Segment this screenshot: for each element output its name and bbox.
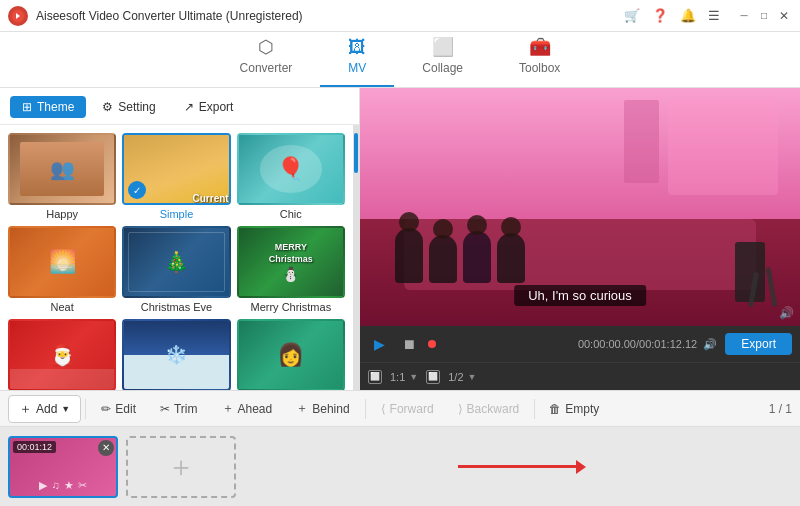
theme-christmas-eve-label: Christmas Eve [141,301,213,313]
maximize-button[interactable]: □ [756,8,772,24]
titlebar: Aiseesoft Video Converter Ultimate (Unre… [0,0,800,32]
ahead-label: Ahead [238,402,273,416]
theme-snowy[interactable]: ❄️ Snowy Night [122,319,230,390]
arrow-line [458,465,578,468]
trash-icon: 🗑 [549,402,561,416]
video-subtitle: Uh, I'm so curious [514,285,646,306]
theme-santa[interactable]: 🎅 Santa Claus [8,319,116,390]
add-clip-icon: ＋ [167,448,195,486]
theme-simple-label: Simple [160,208,194,220]
edit-label: Edit [115,402,136,416]
tab-toolbox[interactable]: 🧰 Toolbox [491,30,588,87]
export-icon: ↗ [184,100,194,114]
clip-controls: ▶ ♫ ★ ✂ [10,479,116,492]
clip-remove-button[interactable]: ✕ [98,440,114,456]
backward-icon: ⟩ [458,402,463,416]
backward-label: Backward [467,402,520,416]
timeline-clip[interactable]: 00:01:12 ✕ ▶ ♫ ★ ✂ [8,436,118,498]
subtab-export[interactable]: ↗ Export [172,96,246,118]
converter-icon: ⬡ [258,36,274,58]
theme-simple[interactable]: Current ✓ Simple [122,133,230,220]
minimize-button[interactable]: ─ [736,8,752,24]
timeline: 00:01:12 ✕ ▶ ♫ ★ ✂ ＋ [0,426,800,506]
app-window: Aiseesoft Video Converter Ultimate (Unre… [0,0,800,506]
theme-scrollbar[interactable] [353,125,359,390]
main-content: ⊞ Theme ⚙ Setting ↗ Export [0,88,800,390]
theme-christmas-eve[interactable]: 🎄 Christmas Eve [122,226,230,313]
add-button[interactable]: ＋ Add ▼ [8,395,81,423]
bottom-toolbar: ＋ Add ▼ ✏ Edit ✂ Trim ＋ Ahead ＋ Behind ⟨… [0,390,800,426]
toolbox-icon: 🧰 [529,36,551,58]
backward-button[interactable]: ⟩ Backward [447,397,531,421]
sub-tabs: ⊞ Theme ⚙ Setting ↗ Export [0,88,359,125]
left-panel: ⊞ Theme ⚙ Setting ↗ Export [0,88,360,390]
theme-happy-label: Happy [46,208,78,220]
setting-gear-icon: ⚙ [102,100,113,114]
theme-stripes[interactable]: 👩 Stripes & Waves [237,319,345,390]
trim-icon: ✂ [160,402,170,416]
cart-icon[interactable]: 🛒 [624,8,640,23]
stop-button[interactable]: ⏹ [398,333,420,355]
add-clip-button[interactable]: ＋ [126,436,236,498]
tab-mv[interactable]: 🖼 MV [320,31,394,87]
theme-chic[interactable]: 🎈 Chic [237,133,345,220]
ratio1-arrow: ▼ [409,372,418,382]
ratio1-value: 1:1 [390,371,405,383]
sep3 [534,399,535,419]
tab-converter-label: Converter [240,61,293,75]
theme-grid: 👥 Happy Current ✓ [0,125,353,390]
empty-label: Empty [565,402,599,416]
window-controls: ─ □ ✕ [736,8,792,24]
theme-grid-icon: ⊞ [22,100,32,114]
tab-collage[interactable]: ⬜ Collage [394,30,491,87]
clip-scissors-icon[interactable]: ✂ [78,479,87,492]
subtab-export-label: Export [199,100,234,114]
empty-button[interactable]: 🗑 Empty [539,398,609,420]
app-title: Aiseesoft Video Converter Ultimate (Unre… [36,9,624,23]
add-plus-icon: ＋ [19,400,32,418]
behind-label: Behind [312,402,349,416]
clip-music-icon[interactable]: ♫ [51,479,59,492]
play-button[interactable]: ▶ [368,333,390,355]
sep2 [365,399,366,419]
main-nav: ⬡ Converter 🖼 MV ⬜ Collage 🧰 Toolbox [0,32,800,88]
edit-icon: ✏ [101,402,111,416]
tab-converter[interactable]: ⬡ Converter [212,30,321,87]
edit-button[interactable]: ✏ Edit [90,397,147,421]
clip-play-icon[interactable]: ▶ [39,479,47,492]
theme-neat[interactable]: 🌅 Neat [8,226,116,313]
theme-happy[interactable]: 👥 Happy [8,133,116,220]
app-logo [8,6,28,26]
ratio2-select[interactable]: 1/2 ▼ [448,371,476,383]
ahead-icon: ＋ [222,400,234,417]
forward-label: Forward [390,402,434,416]
theme-merry-christmas-label: Merry Christmas [250,301,331,313]
subtab-setting[interactable]: ⚙ Setting [90,96,167,118]
frame-icon: ⬜ [368,370,382,384]
titlebar-icons: 🛒 ❓ 🔔 ☰ [624,8,720,23]
right-panel: Uh, I'm so curious 🔊 ▶ ⏹ 00:00:00.00/00:… [360,88,800,390]
question-icon[interactable]: ❓ [652,8,668,23]
ahead-button[interactable]: ＋ Ahead [211,395,284,422]
clip-time: 00:01:12 [13,441,56,453]
scroll-thumb [354,133,358,173]
menu-icon[interactable]: ☰ [708,8,720,23]
subtab-theme[interactable]: ⊞ Theme [10,96,86,118]
video-area: Uh, I'm so curious 🔊 [360,88,800,326]
progress-indicator[interactable] [428,340,436,348]
tab-collage-label: Collage [422,61,463,75]
theme-area: 👥 Happy Current ✓ [0,125,359,390]
tab-mv-label: MV [348,61,366,75]
ratio1-select[interactable]: 1:1 ▼ [390,371,418,383]
behind-button[interactable]: ＋ Behind [285,395,360,422]
tab-toolbox-label: Toolbox [519,61,560,75]
volume-icon[interactable]: 🔊 [779,306,794,320]
export-button[interactable]: Export [725,333,792,355]
close-button[interactable]: ✕ [776,8,792,24]
forward-button[interactable]: ⟨ Forward [370,397,445,421]
trim-button[interactable]: ✂ Trim [149,397,209,421]
theme-merry-christmas[interactable]: MERRY Christmas ⛄ Merry Christmas [237,226,345,313]
notification-icon[interactable]: 🔔 [680,8,696,23]
add-label: Add [36,402,57,416]
clip-star-icon: ★ [64,479,74,492]
